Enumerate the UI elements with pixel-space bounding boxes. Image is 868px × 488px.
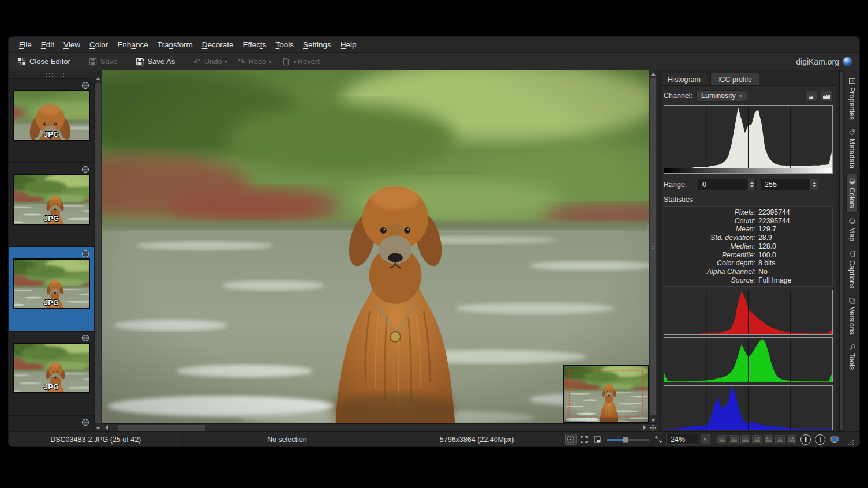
channel-select[interactable]: Luminosity▾ [696, 90, 747, 102]
save-as-icon [136, 58, 144, 66]
resize-grip[interactable] [847, 437, 855, 445]
thumbnail-item-5-partial[interactable] [9, 416, 94, 431]
zoom-fit-icon [655, 436, 662, 443]
fit-selection-icon [594, 436, 601, 443]
canvas-vertical-scrollbar[interactable] [649, 70, 657, 423]
menu-item-settings[interactable]: Settings [298, 38, 336, 51]
scroll-right-icon[interactable] [641, 424, 649, 431]
canvas-horizontal-scrollbar[interactable] [102, 423, 649, 431]
thumbnail-item-2[interactable]: JPG [9, 163, 94, 247]
theme-preview-button-5[interactable] [764, 435, 773, 444]
menu-item-enhance[interactable]: Enhance [113, 38, 152, 51]
close-editor-button[interactable]: Close Editor [13, 55, 74, 67]
select-region-button[interactable] [565, 434, 577, 445]
range-label: Range: [664, 181, 694, 189]
scroll-up-icon[interactable] [95, 75, 102, 82]
revert-button[interactable]: ◂ Revert [278, 55, 324, 67]
theme-preview-button-2[interactable] [729, 435, 739, 444]
range-max-spinbox[interactable]: 255 [761, 179, 818, 190]
captions-icon [849, 251, 855, 257]
save-as-button[interactable]: Save As [132, 55, 179, 67]
theme-preview-button-6[interactable] [775, 435, 785, 444]
colors-icon [849, 178, 855, 185]
geolocation-icon [81, 250, 89, 258]
zoom-fit-button[interactable] [653, 434, 664, 445]
save-button[interactable]: Save [85, 55, 122, 67]
menu-item-view[interactable]: View [59, 38, 85, 51]
redo-dropdown-icon[interactable]: ▾ [269, 58, 272, 65]
thumbbar-drag-handle[interactable] [45, 73, 66, 77]
over-exposure-indicator-button[interactable] [815, 434, 825, 445]
scroll-down-icon[interactable] [95, 425, 102, 431]
zoom-slider[interactable] [607, 436, 649, 444]
menu-item-transform[interactable]: Transform [153, 38, 197, 51]
menu-item-file[interactable]: File [14, 38, 36, 51]
side-tab-versions[interactable]: Versions [847, 294, 857, 339]
pan-tool-button[interactable] [649, 423, 657, 431]
undo-label: Undo [204, 57, 222, 66]
menu-item-decorate[interactable]: Decorate [197, 38, 238, 51]
color-managed-view-button[interactable] [829, 434, 840, 445]
scroll-down-icon[interactable] [649, 416, 657, 423]
side-tab-metadata[interactable]: Metadata [847, 125, 857, 172]
scroll-up-icon[interactable] [649, 70, 657, 77]
zoom-slider-handle[interactable] [623, 437, 628, 443]
theme-preview-button-1[interactable] [717, 435, 727, 444]
tab-histogram[interactable]: Histogram [660, 73, 708, 85]
side-tab-tools[interactable]: Tools [847, 340, 857, 374]
status-filename: DSC03483-2.JPG (25 of 42) [9, 432, 183, 446]
menu-item-edit[interactable]: Edit [36, 38, 59, 51]
zoom-dropdown-button[interactable]: ▾ [701, 434, 710, 445]
range-min-spinbox[interactable]: 0 [698, 179, 756, 190]
fit-to-window-button[interactable] [578, 434, 590, 445]
menu-item-effects[interactable]: Effects [238, 38, 271, 51]
under-exposure-indicator-button[interactable] [800, 434, 811, 445]
theme-preview-button-4[interactable] [752, 435, 762, 444]
linear-scale-button[interactable] [805, 91, 817, 102]
channel-label: Channel: [664, 92, 693, 100]
brand-label: digiKam.org [796, 57, 839, 66]
theme-preview-button-3[interactable] [740, 435, 750, 444]
undo-dropdown-icon[interactable]: ▾ [225, 58, 227, 65]
log-scale-button[interactable] [821, 91, 833, 102]
linear-histogram-icon [807, 93, 815, 99]
format-badge: JPG [44, 382, 59, 391]
scroll-left-icon[interactable] [102, 424, 110, 431]
geolocation-icon [81, 81, 89, 89]
thumbnail-item-3-selected[interactable]: JPG [9, 247, 94, 332]
thumbnail-scrollbar[interactable] [94, 75, 102, 431]
side-tab-captions[interactable]: Captions [847, 247, 857, 292]
main-toolbar: Close Editor Save Save As ↶ Undo ▾ ↷ Red… [9, 53, 859, 70]
status-bar: DSC03483-2.JPG (25 of 42) No selection 5… [9, 431, 859, 446]
redo-button[interactable]: ↷ Redo ▾ [234, 55, 276, 69]
geolocation-icon [81, 334, 89, 342]
revert-label: Revert [298, 57, 320, 66]
right-sidebar-tabs: Properties Metadata Colors Map Captions … [844, 70, 859, 431]
undo-button[interactable]: ↶ Undo ▾ [189, 55, 231, 69]
thumbnail-item-4[interactable]: JPG [9, 332, 94, 416]
zoom-level-combo[interactable]: 24% [666, 434, 698, 445]
side-tab-properties[interactable]: Properties [847, 74, 857, 124]
pan-overview[interactable] [563, 365, 649, 423]
theme-preview-button-7[interactable] [787, 435, 796, 444]
format-badge: JPG [44, 298, 59, 307]
menu-item-help[interactable]: Help [336, 38, 361, 51]
save-icon [89, 58, 97, 66]
panel-scrollbar[interactable] [839, 70, 844, 431]
menu-item-color[interactable]: Color [85, 38, 113, 51]
menu-item-tools[interactable]: Tools [271, 38, 299, 51]
tab-icc-profile[interactable]: ICC profile [710, 73, 760, 85]
digikam-editor-window: FileEditViewColorEnhanceTransformDecorat… [8, 36, 860, 447]
side-tab-colors[interactable]: Colors [846, 174, 858, 213]
statistics-box: Pixels:22395744 Count:22395744 Mean:129.… [664, 206, 833, 287]
fit-to-selection-button[interactable] [592, 434, 603, 445]
menu-bar: FileEditViewColorEnhanceTransformDecorat… [9, 37, 859, 53]
versions-icon [849, 298, 855, 304]
geolocation-icon [81, 166, 89, 174]
thumbnail-item-1[interactable]: JPG [9, 79, 94, 163]
close-editor-icon [17, 57, 26, 66]
monitor-icon [830, 436, 839, 443]
format-badge: JPG [44, 214, 59, 223]
side-tab-map[interactable]: Map [847, 214, 857, 245]
luminosity-histogram[interactable] [664, 105, 833, 168]
